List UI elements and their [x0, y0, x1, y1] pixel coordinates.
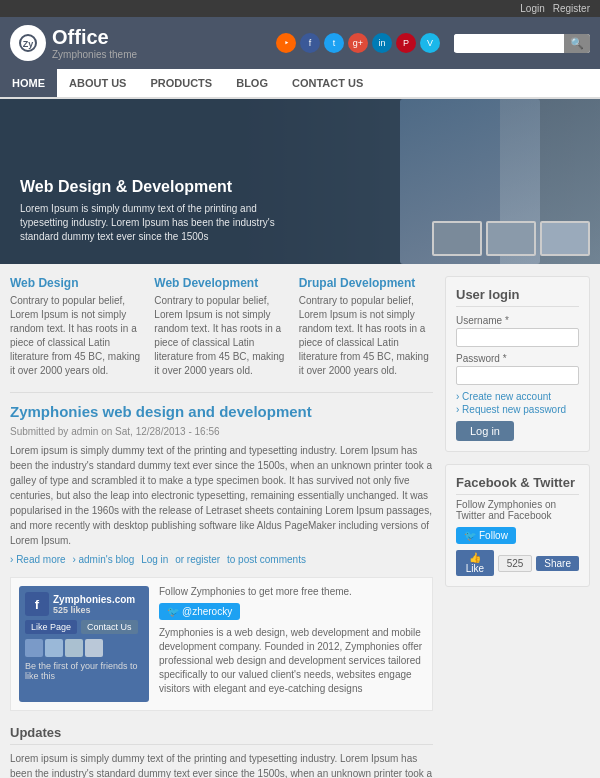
header: Zy Office Zymphonies theme ‣ f t g+ in P…	[0, 17, 600, 69]
social-promo-content: Follow Zymphonies to get more free theme…	[159, 586, 424, 702]
password-input[interactable]	[456, 366, 579, 385]
password-group: Password *	[456, 353, 579, 385]
fb-thumb-icon: 👍	[469, 552, 481, 563]
register-link[interactable]: Register	[553, 3, 590, 14]
username-group: Username *	[456, 315, 579, 347]
read-more-link[interactable]: Read more	[16, 554, 65, 565]
fb-buttons: Like Page Contact Us	[25, 620, 143, 634]
login-title: User login	[456, 287, 579, 307]
content-area: Web Design Contrary to popular belief, L…	[0, 264, 600, 778]
follow-label: Follow	[479, 530, 508, 541]
facebook-box: f Zymphonies.com 525 likes Like Page Con…	[19, 586, 149, 702]
register-blog-link[interactable]: register	[187, 554, 220, 565]
blog-links: › Read more › admin's blog Log in or reg…	[10, 554, 433, 565]
pinterest-icon[interactable]: P	[396, 33, 416, 53]
arrow-icon-2: ›	[72, 554, 75, 565]
fb-twitter-box: Facebook & Twitter Follow Zymphonies on …	[445, 464, 590, 587]
feature-card-text-3: Contrary to popular belief, Lorem Ipsum …	[299, 294, 433, 378]
feature-card-webdesign: Web Design Contrary to popular belief, L…	[10, 276, 144, 378]
nav-about[interactable]: ABOUT US	[57, 69, 138, 97]
logo-icon: Zy	[10, 25, 46, 61]
blog-text: Lorem ipsum is simply dummy text of the …	[10, 443, 433, 548]
blog-meta: Submitted by admin on Sat, 12/28/2013 - …	[10, 426, 433, 437]
hero-thumb-2[interactable]	[486, 221, 536, 256]
post-comments-text: to post comments	[227, 554, 306, 565]
fb-page-name: Zymphonies.com	[53, 594, 135, 605]
twitter-icon[interactable]: t	[324, 33, 344, 53]
login-box: User login Username * Password * Create …	[445, 276, 590, 452]
hero-desc: Lorem Ipsum is simply dummy text of the …	[20, 202, 300, 244]
twitter-bird-icon: 🐦	[167, 606, 179, 617]
fb-contact-btn[interactable]: Contact Us	[81, 620, 138, 634]
sidebar: User login Username * Password * Create …	[445, 276, 590, 778]
updates-text-1: Lorem ipsum is simply dummy text of the …	[10, 751, 433, 778]
fb-twitter-desc: Follow Zymphonies on Twitter and Faceboo…	[456, 499, 579, 521]
main-column: Web Design Contrary to popular belief, L…	[10, 276, 433, 778]
create-account-link[interactable]: Create new account	[456, 391, 579, 402]
rss-icon[interactable]: ‣	[276, 33, 296, 53]
nav-home[interactable]: HOME	[0, 69, 57, 97]
fb-avatar-3	[65, 639, 83, 657]
twitter-follow-sidebar-btn[interactable]: 🐦 Follow	[456, 527, 516, 544]
nav-products[interactable]: PRODUCTS	[138, 69, 224, 97]
main-nav: HOME ABOUT US PRODUCTS BLOG CONTACT US	[0, 69, 600, 99]
fb-header: f Zymphonies.com 525 likes	[25, 592, 143, 616]
fb-avatar-4	[85, 639, 103, 657]
feature-card-webdev: Web Development Contrary to popular beli…	[154, 276, 288, 378]
fb-like-btn[interactable]: 👍 Like	[456, 550, 494, 576]
username-input[interactable]	[456, 328, 579, 347]
login-link[interactable]: Login	[520, 3, 544, 14]
search-button[interactable]: 🔍	[564, 34, 590, 53]
twitter-follow-btn[interactable]: 🐦 @zherocky	[159, 603, 240, 620]
blog-section: Zymphonies web design and development Su…	[10, 392, 433, 565]
nav-contact[interactable]: CONTACT US	[280, 69, 375, 97]
vimeo-icon[interactable]: V	[420, 33, 440, 53]
blog-title: Zymphonies web design and development	[10, 403, 433, 420]
fb-likes-count: 525 likes	[53, 605, 135, 615]
username-label: Username *	[456, 315, 579, 326]
social-icons: ‣ f t g+ in P V	[276, 33, 440, 53]
search-bar[interactable]: 🔍	[454, 34, 590, 53]
fb-like-page-btn[interactable]: Like Page	[25, 620, 77, 634]
promo-description: Zymphonies is a web design, web developm…	[159, 626, 424, 696]
linkedin-icon[interactable]: in	[372, 33, 392, 53]
updates-title: Updates	[10, 725, 433, 745]
fb-twitter-title: Facebook & Twitter	[456, 475, 579, 495]
twitter-icon-sidebar: 🐦	[464, 530, 476, 541]
feature-cards: Web Design Contrary to popular belief, L…	[10, 276, 433, 378]
social-promo: f Zymphonies.com 525 likes Like Page Con…	[10, 577, 433, 711]
promo-follow-text: Follow Zymphonies to get more free theme…	[159, 586, 424, 597]
hero-thumb-1[interactable]	[432, 221, 482, 256]
admin-blog-link[interactable]: admin's blog	[79, 554, 135, 565]
feature-card-text-1: Contrary to popular belief, Lorem Ipsum …	[10, 294, 144, 378]
google-plus-icon[interactable]: g+	[348, 33, 368, 53]
fb-cta-text: Be the first of your friends to like thi…	[25, 661, 143, 681]
fb-like-bar: 👍 Like 525 Share	[456, 550, 579, 576]
nav-blog[interactable]: BLOG	[224, 69, 280, 97]
feature-card-drupal: Drupal Development Contrary to popular b…	[299, 276, 433, 378]
hero-content: Web Design & Development Lorem Ipsum is …	[20, 178, 300, 244]
password-label: Password *	[456, 353, 579, 364]
or-text: or	[175, 554, 184, 565]
request-password-link[interactable]: Request new password	[456, 404, 579, 415]
fb-avatar-2	[45, 639, 63, 657]
fb-share-btn[interactable]: Share	[536, 556, 579, 571]
hero-banner: Web Design & Development Lorem Ipsum is …	[0, 99, 600, 264]
feature-card-title-1: Web Design	[10, 276, 144, 290]
feature-card-text-2: Contrary to popular belief, Lorem Ipsum …	[154, 294, 288, 378]
login-button[interactable]: Log in	[456, 421, 514, 441]
hero-title: Web Design & Development	[20, 178, 300, 196]
svg-text:Zy: Zy	[23, 39, 34, 49]
arrow-icon: ›	[10, 554, 13, 565]
log-in-link[interactable]: Log in	[141, 554, 168, 565]
feature-card-title-3: Drupal Development	[299, 276, 433, 290]
fb-like-count: 525	[498, 555, 533, 572]
logo-text: Office Zymphonies theme	[52, 26, 137, 60]
login-links: Create new account Request new password	[456, 391, 579, 415]
fb-logo-icon: f	[25, 592, 49, 616]
facebook-icon[interactable]: f	[300, 33, 320, 53]
logo[interactable]: Zy Office Zymphonies theme	[10, 25, 137, 61]
hero-thumb-3[interactable]	[540, 221, 590, 256]
hero-thumbnails	[432, 221, 590, 256]
search-input[interactable]	[454, 34, 564, 52]
